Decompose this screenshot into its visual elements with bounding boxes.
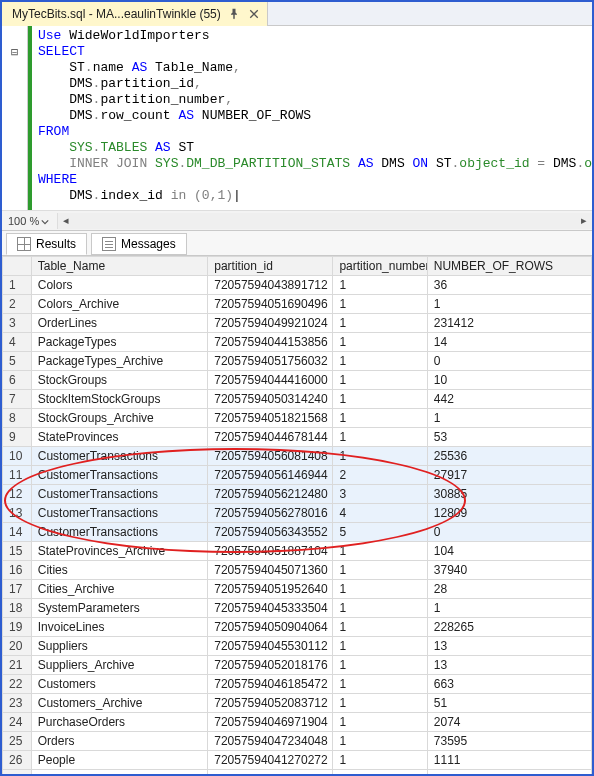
cell-table-name[interactable]: Orders (31, 732, 207, 751)
cell-number-of-rows[interactable]: 37940 (427, 561, 591, 580)
cell-number-of-rows[interactable]: 2074 (427, 713, 591, 732)
chevron-down-icon[interactable] (41, 216, 51, 226)
cell-rownum[interactable]: 20 (3, 637, 32, 656)
scroll-left-icon[interactable]: ◂ (58, 213, 74, 229)
cell-partition-number[interactable]: 1 (333, 561, 427, 580)
cell-table-name[interactable]: StockItemStockGroups (31, 390, 207, 409)
cell-table-name[interactable]: Customers (31, 675, 207, 694)
cell-table-name[interactable]: InvoiceLines (31, 618, 207, 637)
table-row[interactable]: 25Orders72057594047234048173595 (3, 732, 592, 751)
cell-number-of-rows[interactable]: 227 (427, 770, 591, 775)
cell-partition-id[interactable]: 72057594050314240 (208, 390, 333, 409)
cell-partition-id[interactable]: 72057594043891712 (208, 276, 333, 295)
table-row[interactable]: 6StockGroups72057594044416000110 (3, 371, 592, 390)
cell-partition-number[interactable]: 1 (333, 713, 427, 732)
pin-icon[interactable] (227, 7, 241, 21)
cell-table-name[interactable]: Colors_Archive (31, 295, 207, 314)
cell-table-name[interactable]: StateProvinces_Archive (31, 542, 207, 561)
cell-partition-number[interactable]: 1 (333, 276, 427, 295)
header-rownum[interactable] (3, 257, 32, 276)
cell-rownum[interactable]: 11 (3, 466, 32, 485)
cell-rownum[interactable]: 8 (3, 409, 32, 428)
cell-table-name[interactable]: Colors (31, 276, 207, 295)
cell-number-of-rows[interactable]: 1 (427, 599, 591, 618)
cell-table-name[interactable]: StockItems (31, 770, 207, 775)
cell-partition-id[interactable]: 72057594041270272 (208, 751, 333, 770)
table-row[interactable]: 11CustomerTransactions720575940561469442… (3, 466, 592, 485)
cell-partition-id[interactable]: 72057594044416000 (208, 371, 333, 390)
cell-partition-number[interactable]: 1 (333, 542, 427, 561)
cell-partition-number[interactable]: 1 (333, 770, 427, 775)
cell-partition-number[interactable]: 1 (333, 447, 427, 466)
cell-partition-id[interactable]: 72057594056212480 (208, 485, 333, 504)
cell-partition-id[interactable]: 72057594051887104 (208, 542, 333, 561)
cell-partition-id[interactable]: 72057594051952640 (208, 580, 333, 599)
table-row[interactable]: 4PackageTypes72057594044153856114 (3, 333, 592, 352)
cell-partition-number[interactable]: 1 (333, 295, 427, 314)
table-row[interactable]: 1Colors72057594043891712136 (3, 276, 592, 295)
cell-partition-number[interactable]: 1 (333, 599, 427, 618)
cell-rownum[interactable]: 23 (3, 694, 32, 713)
cell-table-name[interactable]: SystemParameters (31, 599, 207, 618)
cell-partition-id[interactable]: 72057594050904064 (208, 618, 333, 637)
cell-rownum[interactable]: 6 (3, 371, 32, 390)
header-partition-number[interactable]: partition_number (333, 257, 427, 276)
cell-rownum[interactable]: 3 (3, 314, 32, 333)
cell-number-of-rows[interactable]: 104 (427, 542, 591, 561)
cell-rownum[interactable]: 22 (3, 675, 32, 694)
cell-partition-number[interactable]: 1 (333, 656, 427, 675)
cell-table-name[interactable]: Cities_Archive (31, 580, 207, 599)
cell-rownum[interactable]: 24 (3, 713, 32, 732)
cell-partition-id[interactable]: 72057594052018176 (208, 656, 333, 675)
cell-partition-number[interactable]: 1 (333, 371, 427, 390)
cell-partition-id[interactable]: 72057594056081408 (208, 447, 333, 466)
cell-table-name[interactable]: CustomerTransactions (31, 466, 207, 485)
cell-rownum[interactable]: 16 (3, 561, 32, 580)
cell-number-of-rows[interactable]: 30885 (427, 485, 591, 504)
cell-partition-number[interactable]: 5 (333, 523, 427, 542)
cell-rownum[interactable]: 7 (3, 390, 32, 409)
close-icon[interactable] (247, 7, 261, 21)
header-number-of-rows[interactable]: NUMBER_OF_ROWS (427, 257, 591, 276)
cell-partition-id[interactable]: 72057594051756032 (208, 352, 333, 371)
cell-partition-number[interactable]: 1 (333, 751, 427, 770)
cell-partition-id[interactable]: 72057594044153856 (208, 333, 333, 352)
cell-number-of-rows[interactable]: 27917 (427, 466, 591, 485)
cell-rownum[interactable]: 9 (3, 428, 32, 447)
cell-partition-number[interactable]: 1 (333, 637, 427, 656)
cell-partition-number[interactable]: 1 (333, 694, 427, 713)
cell-number-of-rows[interactable]: 28 (427, 580, 591, 599)
table-row[interactable]: 9StateProvinces72057594044678144153 (3, 428, 592, 447)
cell-number-of-rows[interactable]: 442 (427, 390, 591, 409)
horizontal-scrollbar[interactable]: ◂ ▸ (57, 213, 592, 229)
cell-number-of-rows[interactable]: 14 (427, 333, 591, 352)
cell-rownum[interactable]: 21 (3, 656, 32, 675)
results-grid-wrap[interactable]: Table_Name partition_id partition_number… (2, 256, 592, 774)
cell-number-of-rows[interactable]: 51 (427, 694, 591, 713)
cell-table-name[interactable]: CustomerTransactions (31, 447, 207, 466)
cell-number-of-rows[interactable]: 1 (427, 295, 591, 314)
cell-table-name[interactable]: StateProvinces (31, 428, 207, 447)
cell-number-of-rows[interactable]: 0 (427, 352, 591, 371)
cell-number-of-rows[interactable]: 1 (427, 409, 591, 428)
cell-rownum[interactable]: 15 (3, 542, 32, 561)
cell-rownum[interactable]: 12 (3, 485, 32, 504)
table-row[interactable]: 24PurchaseOrders7205759404697190412074 (3, 713, 592, 732)
cell-table-name[interactable]: StockGroups_Archive (31, 409, 207, 428)
table-row[interactable]: 14CustomerTransactions720575940563435525… (3, 523, 592, 542)
cell-partition-id[interactable]: 72057594056343552 (208, 523, 333, 542)
cell-partition-id[interactable]: 72057594045071360 (208, 561, 333, 580)
cell-number-of-rows[interactable]: 228265 (427, 618, 591, 637)
cell-rownum[interactable]: 5 (3, 352, 32, 371)
cell-number-of-rows[interactable]: 13 (427, 656, 591, 675)
cell-rownum[interactable]: 19 (3, 618, 32, 637)
table-row[interactable]: 19InvoiceLines720575940509040641228265 (3, 618, 592, 637)
header-partition-id[interactable]: partition_id (208, 257, 333, 276)
cell-partition-number[interactable]: 3 (333, 485, 427, 504)
tab-results[interactable]: Results (6, 233, 87, 255)
table-row[interactable]: 10CustomerTransactions720575940560814081… (3, 447, 592, 466)
cell-partition-number[interactable]: 1 (333, 675, 427, 694)
zoom-level[interactable]: 100 % (2, 215, 57, 227)
cell-rownum[interactable]: 4 (3, 333, 32, 352)
cell-partition-number[interactable]: 1 (333, 732, 427, 751)
